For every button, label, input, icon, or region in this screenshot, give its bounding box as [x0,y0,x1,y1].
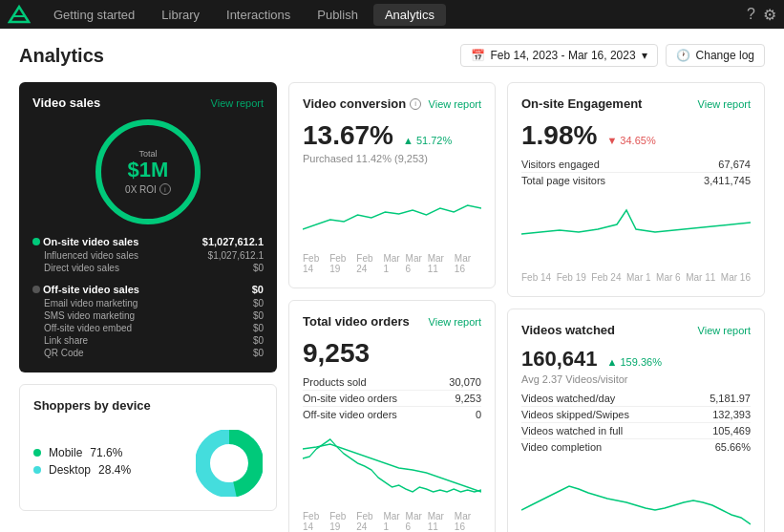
on-site-title: On-site video sales [43,236,138,247]
visitors-label: Visitors engaged [521,159,600,170]
roi-circle: Total $1M 0X ROI i [32,119,264,224]
video-sales-view-report[interactable]: View report [211,97,264,109]
date-range-label: Feb 14, 2023 - Mar 16, 2023 [491,49,636,62]
calendar-icon: 📅 [471,49,485,62]
off-site-orders-value: 0 [476,409,481,420]
completion-value: 65.66% [715,441,751,453]
total-orders-card: Total video orders View report 9,253 Pro… [288,300,496,532]
engagement-metric: 1.98% [521,120,597,151]
nav-getting-started[interactable]: Getting started [42,4,146,26]
page-visitors-label: Total page visitors [521,175,605,186]
embed-value: $0 [253,323,264,333]
pie-chart [196,430,263,497]
sms-label: SMS video marketing [44,310,135,321]
mobile-row: Mobile 71.6% [33,446,131,459]
full-watch-value: 105,469 [712,425,751,436]
total-orders-title: Total video orders [303,314,410,329]
nav-publish[interactable]: Publish [306,4,370,26]
qr-label: QR Code [44,348,84,358]
video-conversion-info-icon[interactable]: i [410,98,421,110]
videos-watched-card: Videos watched View report 160,641 ▲ 159… [507,309,765,532]
desktop-label: Desktop [49,463,91,477]
skipped-row: Videos skipped/Swipes 132,393 [521,407,751,423]
nav-interactions[interactable]: Interactions [215,4,302,26]
total-orders-view-report[interactable]: View report [429,316,481,328]
videos-watched-avg: Avg 2.37 Videos/visitor [521,373,751,385]
email-value: $0 [253,298,264,309]
products-sold-value: 30,070 [449,376,481,388]
direct-label: Direct video sales [44,263,119,273]
influenced-label: Influenced video sales [44,250,138,261]
purchased-label: Purchased [303,153,353,164]
changelog-label: Change log [696,49,754,62]
mobile-pct: 71.6% [90,446,122,459]
right-column: On-site Engagement View report 1.98% ▼ 3… [507,82,765,532]
mobile-label: Mobile [49,446,82,459]
shoppers-by-device-card: Shoppers by device Mobile 71.6% Desktop … [19,384,277,511]
on-site-value: $1,027,612.1 [202,236,264,247]
roi-info-icon[interactable]: i [159,183,171,195]
products-sold-row: Products sold 30,070 [303,374,481,391]
completion-label: Video completion [521,441,602,453]
svg-marker-0 [10,7,29,22]
videos-watched-metric: 160,641 [521,347,598,372]
page-visitors-value: 3,411,745 [704,175,751,186]
changelog-button[interactable]: 🕐 Change log [666,44,765,67]
watched-day-value: 5,181.97 [710,393,751,404]
page-visitors-row: Total page visitors 3,411,745 [521,173,751,188]
watched-day-label: Videos watched/day [521,393,615,404]
email-label: Email video marketing [44,298,138,309]
videos-watched-view-report[interactable]: View report [698,325,751,336]
video-conversion-metric: 13.67% [303,120,393,151]
video-sales-card: Video sales View report Total $1M 0X ROI… [19,82,277,372]
off-site-orders-row: Off-site video orders 0 [303,407,481,422]
watched-day-row: Videos watched/day 5,181.97 [521,391,751,407]
direct-value: $0 [253,263,264,273]
settings-icon[interactable]: ⚙ [763,6,776,24]
mid-column: Video conversion i View report 13.67% ▲ … [288,82,496,532]
link-label: Link share [44,335,88,346]
off-site-sales-section: Off-site video sales $0 Email video mark… [32,282,264,359]
nav-analytics[interactable]: Analytics [373,4,446,26]
desktop-pct: 28.4% [98,463,131,477]
desktop-dot [33,466,41,474]
mobile-dot [33,449,41,457]
page-header: Analytics 📅 Feb 14, 2023 - Mar 16, 2023 … [19,44,765,67]
engagement-view-report[interactable]: View report [698,98,751,110]
video-sales-title: Video sales [32,96,100,110]
total-orders-metric: 9,253 [303,338,370,368]
engagement-chart: Feb 14Feb 19Feb 24Mar 1Mar 6Mar 11Mar 16 [521,196,751,283]
logo[interactable] [8,3,31,26]
full-watch-label: Videos watched in full [521,425,623,436]
svg-point-4 [212,446,246,480]
engagement-change: ▼ 34.65% [606,135,655,146]
videos-watched-change: ▲ 159.36% [607,356,662,368]
video-conversion-view-report[interactable]: View report [429,98,481,110]
shoppers-title: Shoppers by device [33,398,151,413]
qr-value: $0 [253,348,264,358]
dashboard-grid: Video sales View report Total $1M 0X ROI… [19,82,765,532]
skipped-label: Videos skipped/Swipes [521,409,629,420]
purchased-value: 11.42% (9,253) [356,153,428,164]
left-column: Video sales View report Total $1M 0X ROI… [19,82,277,532]
on-site-sales-section: On-site video sales $1,027,612.1 Influen… [32,234,264,274]
on-site-orders-label: On-site video orders [303,393,397,404]
off-site-title: Off-site video sales [43,284,139,295]
video-conversion-subtitle: Purchased 11.42% (9,253) [303,153,481,164]
clock-icon: 🕐 [676,49,690,62]
sms-value: $0 [253,310,264,321]
circle-value: $1M [128,159,169,181]
help-icon[interactable]: ? [747,6,755,23]
video-conversion-change: ▲ 51.72% [403,135,452,146]
off-site-orders-label: Off-site video orders [303,409,397,420]
date-range-picker[interactable]: 📅 Feb 14, 2023 - Mar 16, 2023 ▾ [460,44,658,67]
influenced-value: $1,027,612.1 [208,250,264,261]
completion-row: Video completion 65.66% [521,439,751,455]
engagement-card: On-site Engagement View report 1.98% ▼ 3… [507,82,765,297]
analytics-page: Analytics 📅 Feb 14, 2023 - Mar 16, 2023 … [0,29,784,532]
link-value: $0 [253,335,264,346]
videos-watched-chart: Feb 14Feb 19Feb 24Mar 1Mar 6Mar 11Mar 16 [521,462,751,532]
on-site-orders-value: 9,253 [455,393,481,404]
nav-library[interactable]: Library [150,4,211,26]
chevron-down-icon: ▾ [642,49,647,62]
